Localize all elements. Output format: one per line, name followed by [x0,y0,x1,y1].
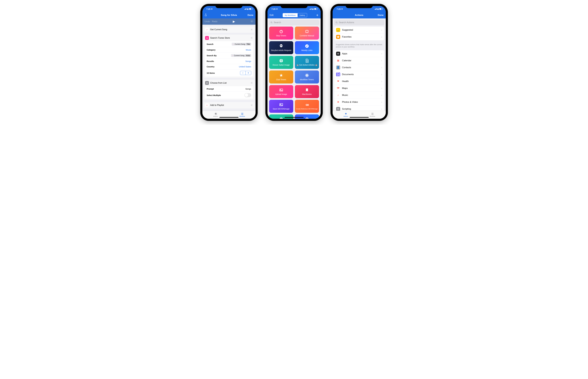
category-row[interactable]: ▦Calendar› [334,57,384,64]
done-button[interactable]: Done [378,14,384,16]
select-multiple-switch[interactable] [245,93,251,97]
category-label: Suggested [342,29,379,31]
action-choose-from-list[interactable]: ⚙ Choose from List ✕ PromptSongs Select … [203,80,254,100]
category-row[interactable]: ❀Photos & Video› [334,99,384,106]
remove-action-button[interactable]: ✕ [250,36,253,40]
workflow-tile[interactable]: 🤖 Get Active Articles 🤖 [295,56,319,69]
param-category[interactable]: CategoryMusic [205,47,253,53]
workflow-tile[interactable]: Upload DEVONimage [269,114,293,119]
search-input[interactable]: Search [269,20,319,25]
category-row[interactable]: ⊞Apps› [334,50,384,57]
notch [346,4,373,8]
workflow-tile[interactable]: Workflow Timers [295,70,319,83]
star-icon [336,35,340,39]
category-row[interactable]: Documents› [334,71,384,78]
category-label: Music [342,94,379,96]
category-label: Photos & Video [342,101,379,103]
workflow-tile[interactable]: Upload Image [269,85,293,98]
phone-workflow-editor: 7:25➤ ◉ Song for Silvia Done Undo Redo ▶… [200,4,258,121]
stepper-plus[interactable]: + [246,71,251,75]
power-icon [279,30,283,33]
action-add-to-playlist[interactable]: ♪ Add to Playlist ✕ [203,102,254,109]
done-button[interactable]: Done [247,14,253,16]
play-button[interactable]: ▶ [233,20,235,23]
param-prompt[interactable]: PromptSongs [205,86,253,92]
photos-icon: ❀ [336,100,340,104]
param-country[interactable]: CountryUnited States [205,64,253,69]
workflow-actions-list[interactable]: ♪ Get Current Song ✕ ★ Search iTunes Sto… [202,25,256,111]
bookmark-icon [305,88,309,92]
category-label: Calendar [342,59,379,62]
battery-icon [379,8,382,10]
magic-variable-token[interactable]: ♪Current SongArtist [231,54,251,57]
undo-button[interactable]: Undo [205,20,210,23]
param-search-by[interactable]: Search By♪Current SongArtist [205,53,253,59]
category-row[interactable]: ❤Health› [334,78,384,85]
workflow-tile[interactable]: Weekly Links [295,41,319,54]
seg-gallery[interactable]: Gallery [298,13,307,17]
star-icon: ★ [205,36,209,40]
edit-button[interactable]: Edit [270,14,274,16]
contacts-icon: 👤 [336,65,340,70]
workflow-tile[interactable]: Storybot Article Request [269,41,293,54]
param-results[interactable]: ResultsSongs [205,59,253,64]
chevron-right-icon: › [381,29,382,32]
doc-icon [305,59,309,63]
workflow-tile[interactable]: Publish [295,114,319,119]
workflow-tile[interactable]: Stop Timers [269,27,293,40]
signal-icon [310,8,311,10]
redo-button[interactable]: Redo [212,20,217,23]
chevron-right-icon: › [381,73,382,76]
add-workflow-button[interactable]: + [316,13,318,17]
category-row[interactable]: 🗺Maps› [334,85,384,92]
item-count-stepper[interactable]: −+ [240,71,251,75]
image-icon [279,103,283,107]
home-indicator[interactable] [219,117,238,118]
home-indicator[interactable] [350,117,369,118]
search-placeholder: Search Actions [339,21,354,24]
view-segmented-control[interactable]: My Workflows Gallery [283,13,307,17]
action-search-itunes[interactable]: ★ Search iTunes Store ✕ Search♪Current S… [203,35,254,78]
action-get-current-song[interactable]: ♪ Get Current Song ✕ [203,26,254,33]
remove-action-button[interactable]: ✕ [250,81,253,85]
category-row[interactable]: ♪Music› [334,92,384,99]
workflow-tile[interactable]: Save DEVONimage [269,100,293,113]
search-actions-input[interactable]: Search Actions [334,20,384,25]
remove-action-button[interactable]: ✕ [250,28,253,31]
param-select-multiple: Select Multiple [205,92,253,99]
tile-label: Resize Safari Image [273,64,290,66]
notch [215,4,243,8]
magic-variable-token[interactable]: ♪Current SongTitle [232,43,251,46]
stepper-minus[interactable]: − [240,71,246,75]
notch [280,4,308,8]
workflow-tile[interactable]: Club Timers [269,70,293,83]
status-time: 7:25 [272,8,276,10]
share-button[interactable] [205,13,207,17]
doc-icon [336,72,340,77]
category-row[interactable]: 💡Suggested› [334,27,384,33]
settings-button[interactable] [250,20,253,23]
seg-my-workflows[interactable]: My Workflows [283,13,298,17]
category-row[interactable]: ⚙Scripting› [334,106,384,111]
category-row[interactable]: Favorites› [334,33,384,40]
actions-content[interactable]: Search Actions 💡Suggested›Favorites› Sug… [333,18,386,111]
category-label: Apps [342,52,379,55]
workflow-tile[interactable]: MacStories [295,85,319,98]
remove-action-button[interactable]: ✕ [250,104,253,107]
music-icon: ♪ [336,93,340,97]
bulb-icon: 💡 [336,28,340,32]
home-indicator[interactable] [285,117,304,118]
tile-label: Club Timers [276,79,286,81]
suggested-note: Suggested shows actions that make sense … [333,42,386,50]
param-search[interactable]: Search♪Current SongTitle [205,41,253,47]
workflows-grid: Stop TimersCombine ManualStorybot Articl… [267,27,321,119]
category-row[interactable]: 👤Contacts› [334,64,384,71]
workflows-content[interactable]: Search Stop TimersCombine ManualStorybot… [267,18,321,119]
tile-label: Storybot Article Request [271,49,291,51]
workflow-tile[interactable]: Combine Manual [295,27,319,40]
svg-point-19 [336,22,337,23]
workflow-tile[interactable]: Create Reference DEVONimage [295,100,319,113]
alien-icon [279,44,283,48]
tile-label: 🤖 Get Active Articles 🤖 [296,64,317,66]
workflow-tile[interactable]: Resize Safari Image [269,56,293,69]
